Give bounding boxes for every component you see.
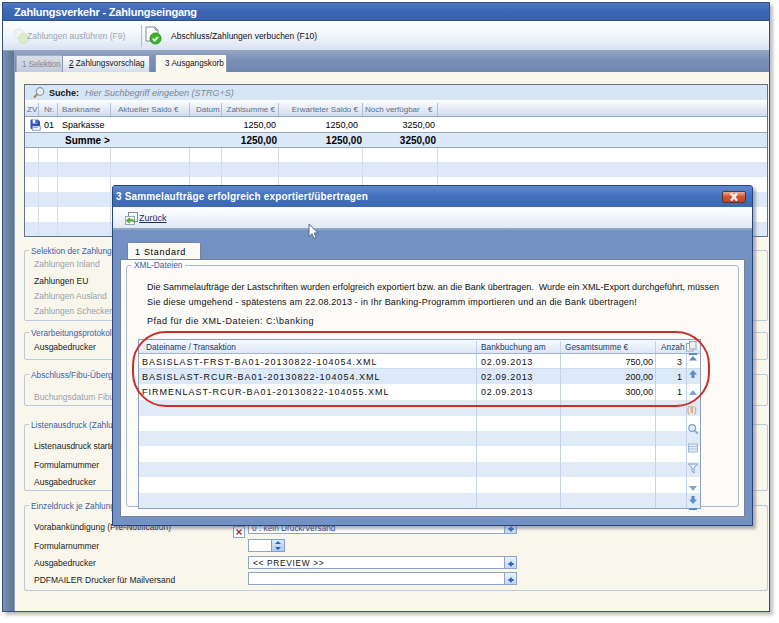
svg-text:(‖): (‖) — [687, 405, 697, 415]
